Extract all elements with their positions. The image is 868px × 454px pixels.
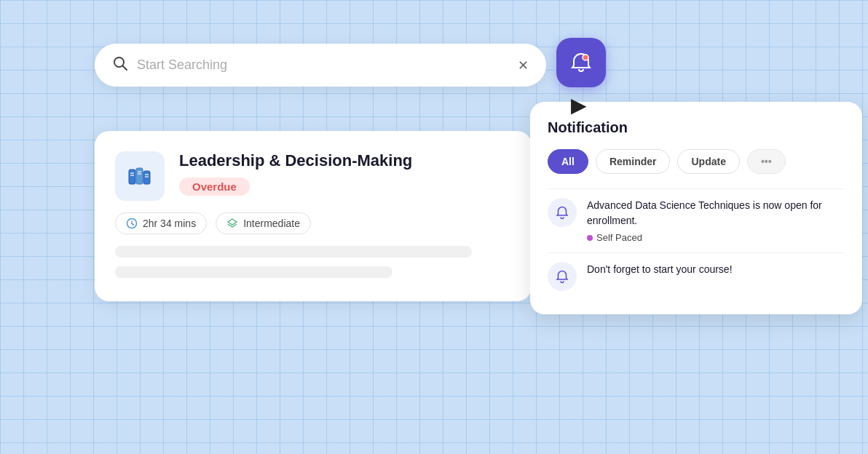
course-card-header: Leadership & Decision-Making Overdue <box>115 151 511 201</box>
notification-item-2: Don't forget to start your course! <box>548 252 845 300</box>
course-meta: 2hr 34 mins Intermediate <box>115 212 511 234</box>
filter-more-button[interactable]: ••• <box>747 149 786 174</box>
svg-point-2 <box>583 55 588 60</box>
notification-bell-button[interactable] <box>556 38 606 87</box>
course-title: Leadership & Decision-Making <box>179 151 511 170</box>
notif-main-text-1: Advanced Data Science Techniques is now … <box>587 198 845 228</box>
notif-main-text-2: Don't forget to start your course! <box>587 262 845 277</box>
notif-bell-icon-2 <box>548 262 577 291</box>
search-bar[interactable]: Start Searching ✕ <box>95 44 546 87</box>
close-icon[interactable]: ✕ <box>518 57 529 73</box>
notification-item-1: Advanced Data Science Techniques is now … <box>548 188 845 252</box>
dot-icon <box>587 235 593 241</box>
course-icon <box>115 151 165 201</box>
notif-tag-1: Self Paced <box>587 232 642 243</box>
svg-marker-15 <box>228 219 237 225</box>
filter-all-button[interactable]: All <box>548 149 588 174</box>
notification-filters: All Reminder Update ••• <box>548 149 845 174</box>
svg-rect-5 <box>143 171 150 184</box>
filter-reminder-button[interactable]: Reminder <box>596 149 671 174</box>
notif-bell-icon-1 <box>548 198 577 227</box>
level-label: Intermediate <box>243 218 300 229</box>
notif-text-1: Advanced Data Science Techniques is now … <box>587 198 845 244</box>
duration-label: 2hr 34 mins <box>143 218 196 229</box>
course-title-area: Leadership & Decision-Making Overdue <box>179 151 511 196</box>
overdue-badge: Overdue <box>179 178 250 196</box>
duration-pill: 2hr 34 mins <box>115 212 207 234</box>
course-card: Leadership & Decision-Making Overdue 2hr… <box>95 131 532 301</box>
svg-line-14 <box>132 224 134 226</box>
filter-update-button[interactable]: Update <box>677 149 739 174</box>
level-pill: Intermediate <box>216 212 311 234</box>
skeleton-bar-1 <box>115 246 472 258</box>
notification-panel-title: Notification <box>548 119 845 136</box>
cursor: ▶ <box>571 93 587 117</box>
notif-text-2: Don't forget to start your course! <box>587 262 845 277</box>
skeleton-bar-2 <box>115 266 392 278</box>
search-icon <box>112 55 128 75</box>
svg-line-1 <box>123 66 127 71</box>
svg-rect-4 <box>136 168 143 184</box>
notification-panel: Notification All Reminder Update ••• Adv… <box>530 102 862 314</box>
svg-rect-3 <box>129 170 135 184</box>
search-placeholder: Start Searching <box>137 57 518 73</box>
